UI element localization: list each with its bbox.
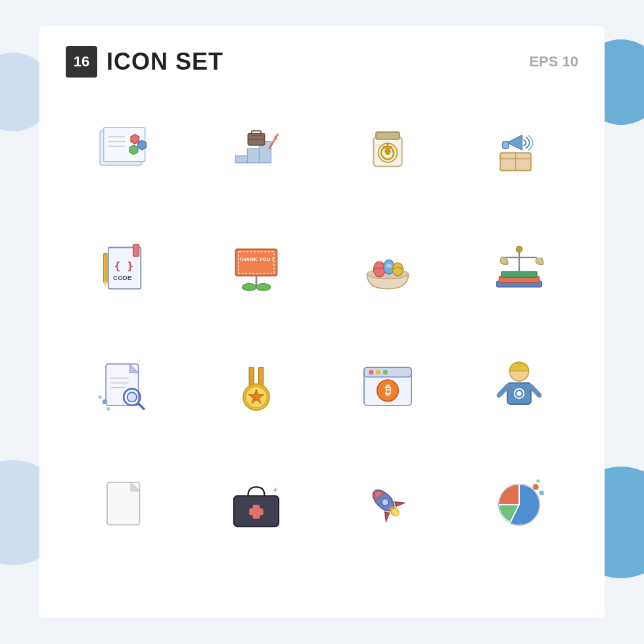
svg-point-60 <box>106 407 110 411</box>
svg-rect-17 <box>376 132 400 139</box>
icon-easter-eggs-bowl <box>329 216 447 321</box>
svg-point-68 <box>369 370 373 375</box>
icon-rocket-launch <box>329 452 447 557</box>
icon-count-badge: 16 <box>66 46 97 78</box>
svg-point-78 <box>517 391 521 396</box>
svg-point-49 <box>517 246 522 252</box>
icon-marketing-box <box>460 97 578 202</box>
svg-point-42 <box>386 264 392 267</box>
icon-medical-kit: + <box>197 452 315 557</box>
icon-blank-document <box>66 452 184 557</box>
svg-text:{ }: { } <box>114 260 133 272</box>
svg-marker-29 <box>104 281 107 287</box>
svg-line-57 <box>138 403 144 409</box>
icon-code-book <box>66 97 184 202</box>
svg-point-56 <box>127 392 137 402</box>
svg-marker-24 <box>507 135 522 150</box>
svg-rect-28 <box>104 254 107 283</box>
icon-career-growth <box>197 97 315 202</box>
svg-line-76 <box>531 386 540 396</box>
svg-text:+: + <box>273 486 277 495</box>
svg-point-37 <box>256 283 271 290</box>
page-header: 16 ICON SET EPS 10 <box>66 46 578 78</box>
header-left: 16 ICON SET <box>66 46 223 78</box>
svg-rect-27 <box>133 244 139 256</box>
page-title: ICON SET <box>106 48 223 76</box>
icon-engineer-worker <box>460 334 578 439</box>
svg-rect-8 <box>236 156 248 163</box>
svg-rect-25 <box>503 141 509 149</box>
svg-marker-7 <box>129 145 138 154</box>
svg-marker-6 <box>138 141 147 150</box>
svg-point-94 <box>540 490 544 495</box>
svg-point-69 <box>376 370 380 375</box>
eps-label: EPS 10 <box>529 53 578 70</box>
icon-code-editor: { } CODE <box>66 216 184 321</box>
icon-biohazard-jar <box>329 97 447 202</box>
svg-rect-46 <box>501 271 537 277</box>
svg-rect-9 <box>248 149 260 163</box>
icon-document-search <box>66 334 184 439</box>
svg-point-43 <box>392 263 403 276</box>
icon-grid: { } CODE THANK YOU ! <box>66 97 578 557</box>
svg-point-93 <box>533 484 539 490</box>
svg-text:₿: ₿ <box>385 384 391 397</box>
svg-point-58 <box>103 400 107 404</box>
icon-bitcoin-browser: ₿ <box>329 334 447 439</box>
svg-point-95 <box>536 479 540 482</box>
icon-medal-star <box>197 334 315 439</box>
svg-point-70 <box>383 370 388 375</box>
svg-rect-83 <box>249 508 264 515</box>
svg-rect-32 <box>236 249 277 276</box>
icon-thank-you-sign: THANK YOU ! <box>197 216 315 321</box>
svg-text:CODE: CODE <box>113 274 132 281</box>
icon-pie-chart <box>460 452 578 557</box>
icon-law-balance <box>460 216 578 321</box>
svg-point-59 <box>99 396 102 399</box>
svg-line-75 <box>499 386 507 396</box>
main-card: 16 ICON SET EPS 10 <box>39 26 605 618</box>
svg-point-36 <box>242 283 256 290</box>
svg-text:THANK YOU !: THANK YOU ! <box>239 256 274 262</box>
